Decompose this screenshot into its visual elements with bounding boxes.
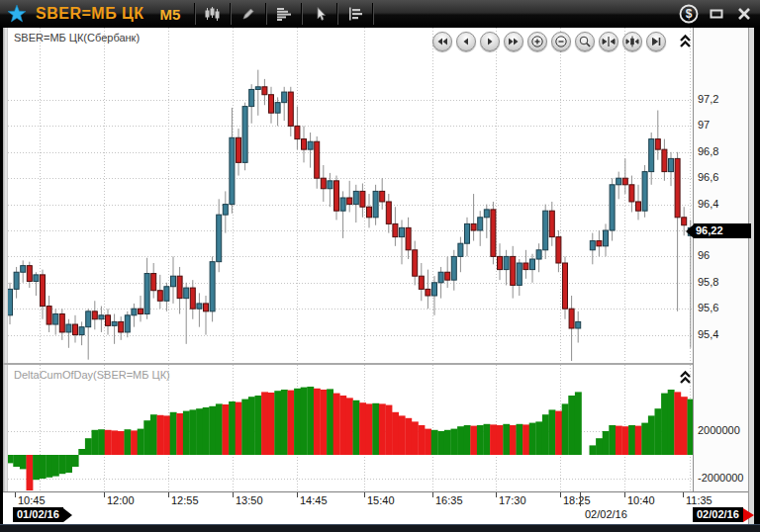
delta-bar — [118, 431, 125, 455]
toolbar-separator — [372, 3, 374, 25]
time-tick-label: 10:45 — [18, 494, 46, 506]
delta-bar — [333, 394, 340, 455]
compress-scale-button[interactable] — [599, 32, 618, 51]
delta-bar — [46, 455, 52, 478]
time-tick-label: 12:55 — [171, 494, 199, 506]
candle-up — [99, 315, 104, 319]
compress-candles-button[interactable] — [622, 32, 642, 51]
time-tick — [432, 492, 433, 497]
candle-down — [204, 304, 209, 311]
restore-icon[interactable] — [705, 2, 728, 26]
delta-bar — [176, 413, 183, 455]
collapse-indicator-pane-icon[interactable] — [677, 368, 693, 386]
scroll-fast-right-button[interactable] — [504, 32, 523, 51]
delta-bar — [281, 390, 288, 455]
time-tick-label: 12:00 — [107, 494, 135, 506]
delta-bar — [497, 425, 504, 455]
title-bar[interactable]: SBER=МБ ЦК M5 — [0, 0, 760, 29]
window-bottom-frame — [0, 524, 760, 532]
date-tag-left[interactable]: 01/02/16 — [13, 507, 72, 522]
delta-chart-plot[interactable] — [8, 365, 693, 491]
delta-bar — [321, 390, 328, 455]
date-tag-right-label: 02/02/16 — [693, 507, 743, 522]
delta-bar — [681, 397, 688, 455]
candle-down — [295, 126, 300, 138]
delta-bar — [288, 391, 295, 455]
candle-up — [242, 107, 247, 163]
candle-down — [622, 178, 627, 185]
delta-bar — [622, 426, 629, 455]
delta-bar — [92, 430, 99, 455]
delta-bar — [379, 403, 386, 455]
timeframe-label[interactable]: M5 — [160, 6, 181, 23]
candle-up — [649, 139, 654, 172]
delta-bar — [549, 409, 556, 455]
delta-bar — [635, 426, 642, 455]
zoom-out-button[interactable] — [551, 32, 571, 51]
zoom-region-button[interactable] — [575, 32, 595, 51]
date-tag-right[interactable]: 02/02/16 — [693, 507, 754, 522]
svg-text:$: $ — [686, 7, 693, 21]
candle-down — [302, 139, 307, 150]
delta-bar — [603, 431, 610, 455]
delta-bar — [255, 396, 262, 455]
delta-bar — [59, 455, 66, 474]
delta-bar — [529, 423, 536, 455]
dollar-icon[interactable]: $ — [677, 2, 701, 26]
delta-bar — [575, 392, 582, 455]
delta-bar — [346, 398, 353, 455]
chart-nav-toolbar — [432, 32, 666, 51]
delta-bar — [8, 455, 14, 463]
delta-bar — [78, 449, 85, 455]
delta-bar — [111, 430, 118, 455]
candle-down — [41, 275, 46, 307]
candle-up — [328, 181, 332, 189]
cursor-icon[interactable] — [307, 2, 332, 26]
candle-up — [8, 289, 13, 314]
price-tag-value: 96,22 — [694, 223, 751, 238]
candle-down — [177, 276, 182, 298]
day-separator-label: 02/02/16 — [585, 508, 627, 520]
delta-bar — [105, 430, 112, 455]
scroll-left-button[interactable] — [456, 32, 476, 51]
candle-down — [636, 202, 641, 211]
delta-bar — [399, 415, 406, 455]
candle-up — [530, 259, 535, 270]
zoom-in-button[interactable] — [527, 32, 547, 51]
time-tick — [496, 492, 497, 497]
candle-up — [451, 256, 456, 280]
candle-down — [511, 256, 516, 285]
delta-bar — [236, 402, 242, 455]
time-tick-label: 14:45 — [300, 494, 328, 506]
chart-type-candles-icon[interactable] — [200, 2, 226, 26]
indicator-levels-icon[interactable] — [342, 2, 368, 26]
candle-up — [478, 218, 483, 230]
pencil-draw-icon[interactable] — [236, 2, 261, 26]
candle-up — [144, 274, 149, 314]
delta-bar — [405, 418, 412, 455]
candle-down — [386, 202, 391, 223]
price-tag-arrow — [686, 224, 694, 238]
delta-bar — [596, 438, 603, 455]
scroll-fast-left-button[interactable] — [432, 32, 452, 51]
candle-up — [230, 137, 235, 204]
scroll-right-button[interactable] — [480, 32, 500, 51]
date-tag-left-arrow — [63, 508, 72, 522]
close-icon[interactable] — [732, 2, 756, 26]
candle-down — [549, 211, 554, 236]
candle-up — [642, 172, 647, 212]
candle-up — [517, 263, 522, 285]
delta-bar — [85, 438, 92, 455]
price-chart-plot[interactable] — [8, 28, 693, 363]
date-tag-left-label: 01/02/16 — [13, 507, 63, 522]
delta-bar — [229, 401, 236, 455]
toolbar-separator — [194, 3, 196, 25]
price-axis-label: 95,6 — [698, 302, 718, 313]
go-to-last-candle-button[interactable] — [646, 32, 666, 51]
volume-profile-icon[interactable] — [271, 2, 297, 26]
collapse-price-pane-icon[interactable] — [677, 32, 693, 49]
delta-bar — [372, 403, 379, 455]
candle-down — [675, 158, 680, 217]
candle-down — [655, 139, 660, 150]
delta-bar — [125, 429, 132, 455]
